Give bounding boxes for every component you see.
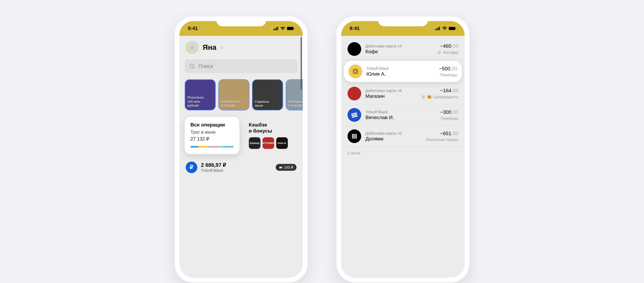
loyalty-badge[interactable]: 143 ₽ (276, 164, 296, 171)
ops-subtitle: Трат в июне (190, 130, 234, 135)
receipt-icon: ≡ (437, 50, 442, 55)
transaction-row[interactable]: Tinkoff Black Вячеслав И. −300,00 Перево… (341, 104, 465, 126)
account-row[interactable]: ₽ 2 686,97 ₽ Tinkoff Black 143 ₽ (179, 157, 303, 178)
tx-category: Переводы (440, 116, 458, 120)
spend-segment (223, 146, 233, 148)
cashback-widget[interactable]: Кэшбэки бонусы буквоедБЕТХОВЕНmore.tv (243, 117, 298, 154)
story-card[interactable]: Авиабилетыв Городе (218, 79, 249, 110)
story-card[interactable]: Выходныев Боровске (286, 79, 303, 110)
story-card[interactable]: Розыгрыш100 млнрублей (185, 79, 216, 110)
status-bar: 9:41 (179, 21, 303, 36)
spend-segment (208, 146, 212, 148)
tx-category: ≡ Фастфуд (437, 50, 458, 55)
svg-rect-22 (355, 134, 355, 139)
svg-rect-21 (353, 134, 354, 139)
merchant-icon (348, 87, 361, 100)
tx-title: Долями (365, 136, 422, 142)
search-input[interactable]: Поиск (185, 60, 298, 73)
tx-source: Дебетовая карта +6 (365, 131, 422, 135)
svg-rect-11 (439, 27, 440, 30)
date-separator: 3 июня (341, 147, 465, 159)
merchant-icon: БЕТХОВЕН (263, 137, 274, 149)
transaction-list[interactable]: Дебетовая карта +4 Кофе −460,00 ≡ Фастфу… (341, 36, 465, 159)
merchant-icon: буквоед (249, 137, 260, 149)
cashback-title: Кэшбэки бонусы (249, 122, 292, 134)
tx-source: Дебетовая карта +8 (365, 88, 417, 93)
tx-amount: −651,00 (426, 131, 458, 136)
volume-up-button[interactable] (174, 82, 175, 101)
search-placeholder: Поиск (198, 63, 213, 69)
svg-rect-10 (438, 27, 439, 30)
account-info: 2 686,97 ₽ Tinkoff Black (201, 162, 272, 173)
screen-transactions: 9:41 Дебетовая карта +4 Кофе −460,00 ≡ Ф… (341, 21, 465, 278)
side-button[interactable] (174, 64, 175, 74)
battery-icon (449, 27, 456, 30)
transaction-row[interactable]: Дебетовая карта +6 Долями −651,00 Различ… (341, 126, 465, 147)
spend-segment (198, 146, 208, 148)
power-button[interactable] (308, 90, 309, 119)
tx-source: Tinkoff Black (365, 110, 436, 114)
transaction-row[interactable]: Дебетовая карта +8 Магазин −164,88 ≡% Су… (341, 83, 465, 104)
stories-row[interactable]: Розыгрыш100 млнрублейАвиабилетыв ГородеС… (179, 76, 303, 114)
story-card[interactable]: Сериалыиюня (252, 79, 283, 110)
tx-title: Вячеслав И. (365, 115, 436, 120)
status-time: 9:41 (350, 26, 360, 31)
story-caption: Авиабилетыв Городе (221, 100, 247, 108)
tx-source: Tinkoff Black (366, 66, 435, 71)
percent-icon: % (427, 95, 432, 99)
tx-category: ≡% Супермаркеты (421, 95, 458, 99)
scrollbar[interactable] (301, 37, 302, 116)
transaction-row[interactable]: Дебетовая карта +4 Кофе −460,00 ≡ Фастфу… (341, 38, 465, 60)
svg-line-7 (193, 67, 195, 69)
transaction-row[interactable]: Tinkoff Black Юлия А. −500,00 Переводы (344, 61, 462, 82)
spend-segment (190, 146, 198, 148)
operations-widget[interactable]: Все операции Трат в июне 27 132 ₽ (185, 117, 239, 154)
svg-point-6 (190, 64, 194, 68)
tx-amount: −164,88 (421, 88, 458, 94)
svg-rect-8 (435, 29, 436, 30)
tx-title: Юлия А. (366, 71, 435, 77)
volume-up-button[interactable] (335, 82, 336, 101)
tx-amount: −500,00 (439, 66, 457, 72)
merchant-icon (348, 42, 361, 56)
merchant-icon (348, 129, 361, 143)
power-button[interactable] (469, 90, 470, 119)
receipt-icon: ≡ (421, 95, 426, 99)
signal-icon (435, 27, 440, 30)
status-bar: 9:41 (341, 21, 465, 36)
widgets-row: Все операции Трат в июне 27 132 ₽ Кэшбэк… (179, 114, 303, 157)
crown-icon (279, 166, 283, 169)
volume-down-button[interactable] (174, 106, 175, 124)
avatar-initial: Я (187, 42, 197, 53)
svg-rect-13 (455, 28, 456, 29)
cashback-icons: буквоедБЕТХОВЕНmore.tv (249, 137, 292, 149)
tx-category: Различные товары (426, 138, 458, 142)
account-name: Tinkoff Black (201, 168, 272, 173)
search-icon (189, 64, 195, 69)
svg-rect-4 (287, 27, 293, 30)
spend-segment (212, 146, 218, 148)
wifi-icon (442, 27, 447, 30)
phone-left: 9:41 Я Яна › Поиск Розыгрыш100 млнрублей… (175, 16, 308, 282)
svg-rect-20 (352, 134, 353, 139)
ops-title: Все операции (190, 122, 234, 128)
svg-rect-2 (276, 27, 277, 30)
header-user[interactable]: Я Яна › (179, 36, 303, 57)
battery-icon (287, 27, 294, 30)
account-balance: 2 686,97 ₽ (201, 162, 272, 168)
side-button[interactable] (335, 64, 336, 74)
chevron-right-icon: › (221, 45, 223, 51)
svg-rect-1 (275, 28, 275, 30)
spend-segment (218, 146, 223, 148)
svg-rect-23 (356, 134, 357, 139)
svg-point-14 (351, 67, 360, 76)
user-name: Яна (203, 43, 217, 52)
tx-category: Переводы (439, 73, 457, 77)
svg-rect-12 (449, 27, 455, 30)
signal-icon (273, 27, 279, 30)
svg-rect-5 (294, 28, 294, 29)
tx-title: Кофе (365, 49, 433, 55)
volume-down-button[interactable] (335, 106, 336, 124)
avatar: Я (186, 41, 198, 54)
svg-rect-9 (436, 28, 437, 30)
